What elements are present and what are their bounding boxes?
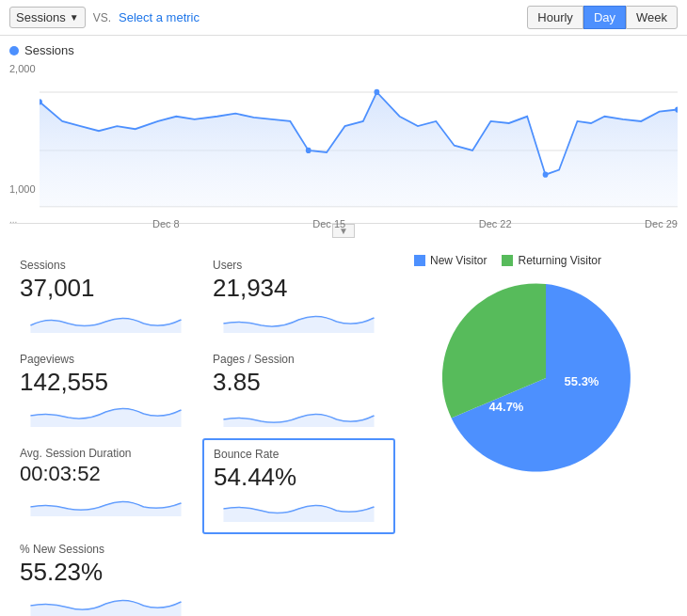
svg-point-4 <box>374 89 379 95</box>
sessions-legend-dot <box>9 46 19 55</box>
metric-label-pct-new-sessions: % New Sessions <box>20 543 192 556</box>
returning-visitor-legend-label: Returning Visitor <box>518 254 601 267</box>
metric-value-bounce-rate: 54.44% <box>214 463 384 492</box>
metric-label-sessions: Sessions <box>20 259 192 272</box>
metric-label-bounce-rate: Bounce Rate <box>214 448 384 461</box>
pie-chart-section: New Visitor Returning Visitor <box>405 250 687 616</box>
metric-card-pct-new-sessions: % New Sessions 55.23% <box>9 534 202 616</box>
svg-point-5 <box>306 148 312 153</box>
y-label-1000: 1,000 <box>9 183 36 195</box>
metric-label-pages-per-session: Pages / Session <box>213 353 385 366</box>
sparkline-avg-session-duration <box>20 490 192 516</box>
metric-value-users: 21,934 <box>213 274 385 303</box>
pie-chart-svg: 55.3% 44.7% <box>442 275 649 482</box>
chart-section: Sessions 2,000 1,000 <box>0 36 687 243</box>
sparkline-sessions <box>20 307 192 333</box>
metrics-grid: Sessions 37,001 Users 21,934 Pageviews <box>9 250 395 616</box>
returning-visitor-legend-square <box>502 255 513 266</box>
metric-card-avg-session-duration: Avg. Session Duration 00:03:52 <box>9 438 202 534</box>
x-label-dec15: Dec 15 <box>312 218 345 229</box>
x-label-dec29: Dec 29 <box>645 218 678 229</box>
sparkline-pages-per-session <box>213 401 385 427</box>
metric-card-users: Users 21,934 <box>202 250 395 344</box>
svg-point-6 <box>543 172 549 178</box>
returning-visitor-pct-label: 44.7% <box>489 400 524 414</box>
x-label-dec22: Dec 22 <box>479 218 512 229</box>
new-visitor-legend-label: New Visitor <box>430 254 487 267</box>
metric-value-sessions: 37,001 <box>20 274 192 303</box>
select-metric-link[interactable]: Select a metric <box>119 10 200 24</box>
metrics-left: Sessions 37,001 Users 21,934 Pageviews <box>0 250 405 616</box>
x-axis-labels: ... Dec 8 Dec 15 Dec 22 Dec 29 <box>9 216 678 229</box>
dropdown-arrow-icon: ▼ <box>70 12 79 23</box>
pie-section: New Visitor Returning Visitor <box>414 250 678 485</box>
metrics-section: Sessions 37,001 Users 21,934 Pageviews <box>0 243 687 616</box>
sparkline-bounce-rate <box>214 496 384 522</box>
metric-label-users: Users <box>213 259 385 272</box>
pie-legend: New Visitor Returning Visitor <box>414 254 678 267</box>
sessions-legend-label: Sessions <box>24 43 74 57</box>
metric-value-pages-per-session: 3.85 <box>213 368 385 397</box>
metric-value-pageviews: 142,555 <box>20 368 192 397</box>
top-bar-left: Sessions ▼ VS. Select a metric <box>9 7 200 28</box>
day-button[interactable]: Day <box>583 6 626 29</box>
sessions-dropdown-label: Sessions <box>16 10 66 24</box>
y-axis-labels: 2,000 1,000 <box>9 63 36 195</box>
sparkline-pageviews <box>20 401 192 427</box>
sparkline-users <box>213 307 385 333</box>
metric-label-avg-session-duration: Avg. Session Duration <box>20 447 192 460</box>
new-visitor-legend-square <box>414 255 425 266</box>
time-buttons-group: Hourly Day Week <box>527 6 678 29</box>
pie-legend-returning-visitor: Returning Visitor <box>502 254 601 267</box>
sessions-dropdown[interactable]: Sessions ▼ <box>9 7 86 28</box>
hourly-button[interactable]: Hourly <box>527 6 583 29</box>
pie-chart-container: 55.3% 44.7% <box>414 275 678 482</box>
chart-container: 2,000 1,000 <box>9 63 678 223</box>
metric-value-avg-session-duration: 00:03:52 <box>20 462 192 486</box>
y-label-2000: 2,000 <box>9 63 36 74</box>
chart-legend: Sessions <box>9 43 678 57</box>
x-label-dec8: Dec 8 <box>152 218 180 229</box>
new-visitor-pct-label: 55.3% <box>565 374 599 388</box>
pie-legend-new-visitor: New Visitor <box>414 254 487 267</box>
top-bar: Sessions ▼ VS. Select a metric Hourly Da… <box>0 0 687 36</box>
vs-label: VS. <box>93 11 111 24</box>
sparkline-pct-new-sessions <box>20 591 192 616</box>
metric-card-pages-per-session: Pages / Session 3.85 <box>202 344 395 438</box>
metric-value-pct-new-sessions: 55.23% <box>20 558 192 587</box>
metric-card-bounce-rate: Bounce Rate 54.44% <box>202 438 395 534</box>
chart-svg <box>40 63 678 213</box>
metric-label-pageviews: Pageviews <box>20 353 192 366</box>
x-dots: ... <box>9 214 17 225</box>
week-button[interactable]: Week <box>626 6 678 29</box>
metric-card-pageviews: Pageviews 142,555 <box>9 344 202 438</box>
metric-card-sessions: Sessions 37,001 <box>9 250 202 344</box>
